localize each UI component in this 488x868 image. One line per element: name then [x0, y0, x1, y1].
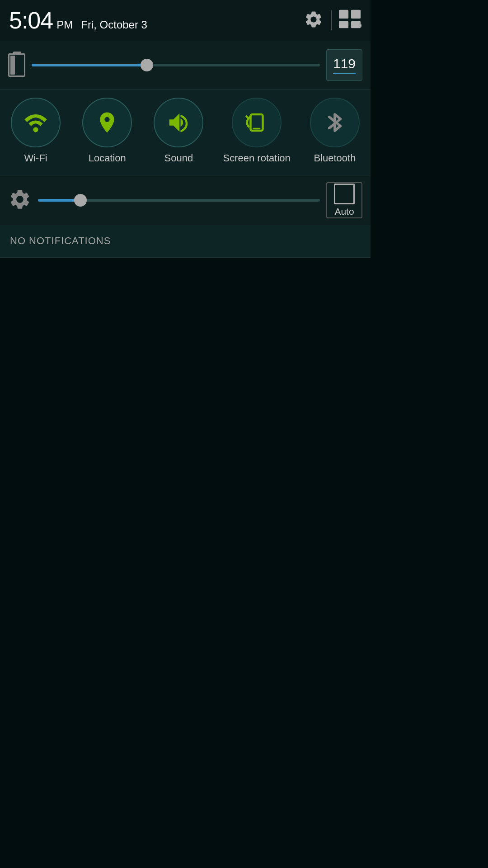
svg-rect-0: [339, 10, 348, 19]
toggle-sound[interactable]: Sound: [151, 98, 206, 165]
auto-brightness-slider[interactable]: [38, 199, 320, 202]
toggle-location[interactable]: Location: [80, 98, 134, 165]
status-right: [304, 9, 361, 31]
quick-settings-icon[interactable]: [339, 9, 361, 31]
status-time: 5:04: [9, 7, 53, 34]
auto-thumb[interactable]: [74, 194, 87, 207]
toggle-circle-bluetooth[interactable]: [310, 98, 360, 147]
sound-icon: [166, 110, 191, 135]
brightness-fill: [32, 64, 147, 66]
svg-rect-2: [339, 21, 348, 28]
toggle-circle-wifi[interactable]: [11, 98, 61, 147]
wifi-icon: [23, 110, 48, 135]
toggle-label-location: Location: [89, 152, 126, 165]
auto-box[interactable]: Auto: [326, 182, 362, 218]
auto-brightness-row: Auto: [0, 175, 371, 225]
toggle-label-rotation: Screen rotation: [223, 152, 291, 165]
battery-icon: [8, 53, 25, 77]
toggle-label-sound: Sound: [164, 152, 193, 165]
status-divider: [331, 10, 332, 30]
toggle-bluetooth[interactable]: Bluetooth: [308, 98, 362, 165]
brightness-slider[interactable]: [32, 64, 320, 66]
status-date: Fri, October 3: [81, 19, 147, 31]
bluetooth-icon: [323, 110, 347, 135]
brightness-thumb[interactable]: [141, 59, 153, 71]
svg-point-5: [33, 127, 38, 132]
status-ampm: PM: [56, 19, 73, 31]
toggle-screen-rotation[interactable]: Screen rotation: [223, 98, 291, 165]
toggle-label-bluetooth: Bluetooth: [314, 152, 356, 165]
no-notifications-bar: NO NOTIFICATIONS: [0, 225, 371, 258]
settings-icon[interactable]: [304, 9, 324, 31]
toggles-row: Wi-Fi Location Sound: [0, 98, 371, 165]
brightness-value: 119: [333, 56, 356, 71]
auto-label: Auto: [334, 206, 354, 217]
toggle-circle-sound[interactable]: [154, 98, 203, 147]
svg-rect-1: [351, 10, 361, 19]
empty-area: [0, 258, 371, 868]
quick-toggles-panel: Wi-Fi Location Sound: [0, 90, 371, 175]
location-icon: [95, 110, 119, 135]
small-gear-icon[interactable]: [8, 188, 32, 213]
toggle-circle-rotation[interactable]: [232, 98, 282, 147]
no-notifications-text: NO NOTIFICATIONS: [10, 235, 111, 247]
brightness-underline: [333, 73, 356, 74]
brightness-value-box: 119: [326, 49, 362, 81]
toggle-wifi[interactable]: Wi-Fi: [9, 98, 63, 165]
toggle-circle-location[interactable]: [82, 98, 132, 147]
brightness-row: 119: [0, 41, 371, 90]
screen-rotation-icon: [244, 110, 269, 135]
auto-square-icon: [334, 184, 355, 204]
status-bar: 5:04 PM Fri, October 3: [0, 0, 371, 41]
toggle-label-wifi: Wi-Fi: [24, 152, 47, 165]
status-left: 5:04 PM Fri, October 3: [9, 7, 147, 34]
